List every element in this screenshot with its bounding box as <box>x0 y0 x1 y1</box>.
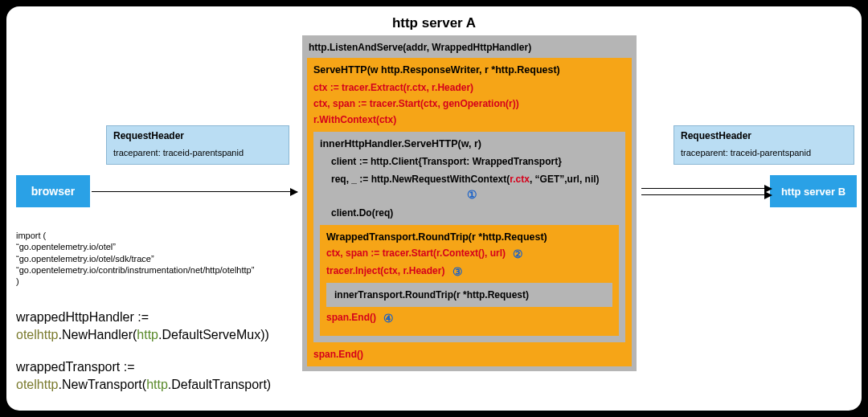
client-do: client.Do(req) <box>331 207 619 219</box>
circle-3-icon: ③ <box>452 265 463 278</box>
tracer-inject: tracer.Inject(ctx, r.Header) ③ <box>326 265 612 278</box>
arrow-server-to-b <box>641 186 772 196</box>
client-decl: client := http.Client{Transport: Wrapped… <box>331 156 619 167</box>
circle-2-icon: ② <box>513 247 523 260</box>
import-open: import ( <box>16 230 254 241</box>
arrow-browser-to-server <box>92 191 297 192</box>
wrapped-transport-lhs: wrappedTransport := <box>16 358 271 376</box>
new-request-pre: req, _ := http.NewRequestWithContext( <box>331 174 510 185</box>
new-request-post: , “GET”,url, nil) <box>530 174 600 185</box>
browser-node: browser <box>16 175 90 207</box>
tracer-extract: ctx := tracer.Extract(r.ctx, r.Header) <box>313 82 625 93</box>
wrapped-transport-box: WrappedTransport.RoundTrip(r *http.Reque… <box>320 225 619 336</box>
server-b-node: http server B <box>770 175 857 207</box>
diagram-canvas: http server A browser http server B Requ… <box>6 6 862 411</box>
inner-roundtrip: innerTransport.RoundTrip(r *http.Request… <box>326 283 612 307</box>
circle-1-icon: ① <box>467 188 477 201</box>
new-request-ctx: r.ctx <box>510 174 530 185</box>
new-request-line: req, _ := http.NewRequestWithContext(r.c… <box>331 174 619 185</box>
wrapped-transport-rhs: otelhttp.NewTransport(http.DefaultTransp… <box>16 376 271 394</box>
import-l3: “go.opentelemetry.io/contrib/instrumenta… <box>16 264 254 276</box>
tracer-start-inner: ctx, span := tracer.Start(r.Context(), u… <box>326 247 612 260</box>
serve-http-signature: ServeHTTP(w http.ResponseWriter, r *http… <box>313 64 625 76</box>
span-end-outer: span.End() <box>313 349 625 360</box>
wrapped-handler-rhs: otelhttp.NewHandler(http.DefaultServeMux… <box>16 326 269 344</box>
request-header-left: RequestHeader traceparent: traceid-paren… <box>106 125 289 165</box>
request-header-left-label: RequestHeader <box>113 130 282 141</box>
request-header-right: RequestHeader traceparent: traceid-paren… <box>674 125 854 165</box>
import-block: import ( “go.opentelemetry.io/otel” “go.… <box>16 230 254 287</box>
tracer-start-outer: ctx, span := tracer.Start(ctx, genOperat… <box>313 98 625 109</box>
with-context: r.WithContext(ctx) <box>313 114 625 125</box>
listen-and-serve: http.ListenAndServe(addr, WrappedHttpHan… <box>307 40 632 58</box>
circle-4-icon: ④ <box>383 312 394 325</box>
import-l1: “go.opentelemetry.io/otel” <box>16 241 254 252</box>
import-l2: “go.opentelemetry.io/otel/sdk/trace” <box>16 253 254 264</box>
wrapped-transport-signature: WrappedTransport.RoundTrip(r *http.Reque… <box>326 231 612 243</box>
wrapped-transport-assign: wrappedTransport := otelhttp.NewTranspor… <box>16 358 271 393</box>
serve-http-box: ServeHTTP(w http.ResponseWriter, r *http… <box>307 58 632 366</box>
request-header-right-label: RequestHeader <box>681 130 847 141</box>
inner-handler-box: innerHttpHandler.ServeHTTP(w, r) client … <box>313 132 625 342</box>
request-header-left-value: traceparent: traceid-parentspanid <box>113 148 282 157</box>
import-close: ) <box>16 276 254 287</box>
browser-label: browser <box>31 185 75 198</box>
inner-handler-signature: innerHttpHandler.ServeHTTP(w, r) <box>320 138 619 149</box>
span-end-inner: span.End() ④ <box>326 312 612 325</box>
wrapped-handler-assign: wrappedHttpHandler := otelhttp.NewHandle… <box>16 309 269 343</box>
request-header-right-value: traceparent: traceid-parentspanid <box>681 148 847 157</box>
server-a-block: http.ListenAndServe(addr, WrappedHttpHan… <box>302 35 637 371</box>
server-b-label: http server B <box>781 186 845 198</box>
wrapped-handler-lhs: wrappedHttpHandler := <box>16 309 269 326</box>
diagram-title: http server A <box>6 15 862 31</box>
